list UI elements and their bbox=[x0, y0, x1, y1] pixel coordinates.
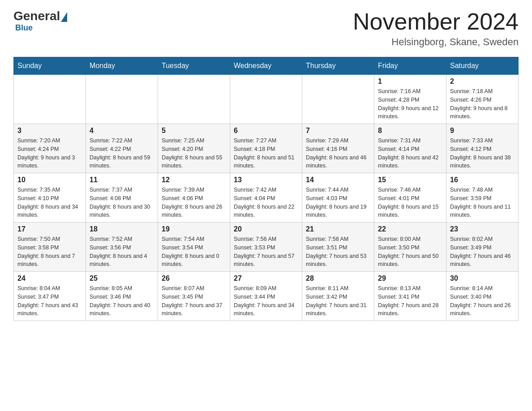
day-info: Sunrise: 7:35 AMSunset: 4:10 PMDaylight:… bbox=[17, 186, 82, 219]
calendar-cell: 9Sunrise: 7:33 AMSunset: 4:12 PMDaylight… bbox=[446, 124, 519, 173]
day-number: 21 bbox=[306, 225, 370, 233]
calendar-week-0: 1Sunrise: 7:16 AMSunset: 4:28 PMDaylight… bbox=[14, 75, 519, 124]
calendar-cell: 2Sunrise: 7:18 AMSunset: 4:26 PMDaylight… bbox=[446, 75, 519, 124]
day-info: Sunrise: 7:37 AMSunset: 4:08 PMDaylight:… bbox=[90, 186, 154, 219]
calendar-cell: 15Sunrise: 7:46 AMSunset: 4:01 PMDayligh… bbox=[374, 173, 446, 223]
calendar-week-1: 3Sunrise: 7:20 AMSunset: 4:24 PMDaylight… bbox=[14, 124, 519, 173]
day-info: Sunrise: 7:52 AMSunset: 3:56 PMDaylight:… bbox=[90, 235, 154, 269]
day-number: 13 bbox=[234, 176, 298, 184]
calendar-week-4: 24Sunrise: 8:04 AMSunset: 3:47 PMDayligh… bbox=[14, 272, 519, 321]
calendar-cell bbox=[86, 75, 158, 124]
calendar-cell: 30Sunrise: 8:14 AMSunset: 3:40 PMDayligh… bbox=[446, 272, 519, 321]
title-section: November 2024 Helsingborg, Skane, Sweden bbox=[353, 9, 519, 48]
day-number: 2 bbox=[450, 77, 515, 86]
calendar-cell: 6Sunrise: 7:27 AMSunset: 4:18 PMDaylight… bbox=[230, 124, 302, 173]
day-number: 7 bbox=[306, 127, 370, 135]
day-info: Sunrise: 8:13 AMSunset: 3:41 PMDaylight:… bbox=[378, 284, 442, 318]
calendar-cell: 13Sunrise: 7:42 AMSunset: 4:04 PMDayligh… bbox=[230, 173, 302, 223]
day-number: 28 bbox=[306, 274, 370, 283]
calendar-cell: 8Sunrise: 7:31 AMSunset: 4:14 PMDaylight… bbox=[374, 124, 446, 173]
day-number: 17 bbox=[17, 225, 82, 233]
day-number: 26 bbox=[162, 274, 226, 283]
day-info: Sunrise: 8:00 AMSunset: 3:50 PMDaylight:… bbox=[378, 235, 442, 269]
day-number: 3 bbox=[17, 127, 82, 135]
day-number: 14 bbox=[306, 176, 370, 184]
calendar-cell: 19Sunrise: 7:54 AMSunset: 3:54 PMDayligh… bbox=[158, 223, 230, 272]
day-info: Sunrise: 8:09 AMSunset: 3:44 PMDaylight:… bbox=[234, 284, 298, 318]
day-number: 24 bbox=[17, 274, 82, 283]
day-number: 20 bbox=[234, 225, 298, 233]
day-info: Sunrise: 8:05 AMSunset: 3:46 PMDaylight:… bbox=[90, 284, 154, 318]
day-info: Sunrise: 7:39 AMSunset: 4:06 PMDaylight:… bbox=[162, 186, 226, 219]
calendar-cell bbox=[230, 75, 302, 124]
location-text: Helsingborg, Skane, Sweden bbox=[353, 36, 519, 48]
calendar-cell: 16Sunrise: 7:48 AMSunset: 3:59 PMDayligh… bbox=[446, 173, 519, 223]
day-info: Sunrise: 7:25 AMSunset: 4:20 PMDaylight:… bbox=[162, 137, 226, 170]
calendar-week-3: 17Sunrise: 7:50 AMSunset: 3:58 PMDayligh… bbox=[14, 223, 519, 272]
day-info: Sunrise: 8:02 AMSunset: 3:49 PMDaylight:… bbox=[450, 235, 515, 269]
day-number: 1 bbox=[378, 77, 442, 86]
day-number: 12 bbox=[162, 176, 226, 184]
calendar-cell: 26Sunrise: 8:07 AMSunset: 3:45 PMDayligh… bbox=[158, 272, 230, 321]
calendar-cell: 3Sunrise: 7:20 AMSunset: 4:24 PMDaylight… bbox=[14, 124, 86, 173]
col-header-thursday: Thursday bbox=[302, 57, 374, 75]
logo-triangle-icon bbox=[61, 12, 67, 22]
calendar-cell: 20Sunrise: 7:56 AMSunset: 3:53 PMDayligh… bbox=[230, 223, 302, 272]
calendar-week-2: 10Sunrise: 7:35 AMSunset: 4:10 PMDayligh… bbox=[14, 173, 519, 223]
page-header: General Blue November 2024 Helsingborg, … bbox=[13, 9, 519, 48]
day-number: 15 bbox=[378, 176, 442, 184]
day-number: 8 bbox=[378, 127, 442, 135]
day-number: 25 bbox=[90, 274, 154, 283]
day-number: 22 bbox=[378, 225, 442, 233]
calendar-cell bbox=[14, 75, 86, 124]
calendar-cell: 10Sunrise: 7:35 AMSunset: 4:10 PMDayligh… bbox=[14, 173, 86, 223]
calendar-table: SundayMondayTuesdayWednesdayThursdayFrid… bbox=[13, 57, 519, 321]
calendar-cell: 21Sunrise: 7:58 AMSunset: 3:51 PMDayligh… bbox=[302, 223, 374, 272]
day-number: 11 bbox=[90, 176, 154, 184]
calendar-cell: 28Sunrise: 8:11 AMSunset: 3:42 PMDayligh… bbox=[302, 272, 374, 321]
calendar-cell: 5Sunrise: 7:25 AMSunset: 4:20 PMDaylight… bbox=[158, 124, 230, 173]
day-number: 16 bbox=[450, 176, 515, 184]
day-info: Sunrise: 8:14 AMSunset: 3:40 PMDaylight:… bbox=[450, 284, 515, 318]
day-info: Sunrise: 7:46 AMSunset: 4:01 PMDaylight:… bbox=[378, 186, 442, 219]
calendar-cell bbox=[302, 75, 374, 124]
calendar-cell: 11Sunrise: 7:37 AMSunset: 4:08 PMDayligh… bbox=[86, 173, 158, 223]
day-info: Sunrise: 7:18 AMSunset: 4:26 PMDaylight:… bbox=[450, 87, 515, 121]
logo-general-text: General bbox=[13, 9, 60, 23]
day-number: 27 bbox=[234, 274, 298, 283]
calendar-cell: 29Sunrise: 8:13 AMSunset: 3:41 PMDayligh… bbox=[374, 272, 446, 321]
day-info: Sunrise: 7:56 AMSunset: 3:53 PMDaylight:… bbox=[234, 235, 298, 269]
day-info: Sunrise: 7:50 AMSunset: 3:58 PMDaylight:… bbox=[17, 235, 82, 269]
day-info: Sunrise: 8:07 AMSunset: 3:45 PMDaylight:… bbox=[162, 284, 226, 318]
day-number: 23 bbox=[450, 225, 515, 233]
calendar-cell: 22Sunrise: 8:00 AMSunset: 3:50 PMDayligh… bbox=[374, 223, 446, 272]
day-info: Sunrise: 7:58 AMSunset: 3:51 PMDaylight:… bbox=[306, 235, 370, 269]
calendar-cell: 7Sunrise: 7:29 AMSunset: 4:16 PMDaylight… bbox=[302, 124, 374, 173]
day-info: Sunrise: 8:11 AMSunset: 3:42 PMDaylight:… bbox=[306, 284, 370, 318]
calendar-cell: 14Sunrise: 7:44 AMSunset: 4:03 PMDayligh… bbox=[302, 173, 374, 223]
day-number: 18 bbox=[90, 225, 154, 233]
col-header-monday: Monday bbox=[86, 57, 158, 75]
calendar-cell: 27Sunrise: 8:09 AMSunset: 3:44 PMDayligh… bbox=[230, 272, 302, 321]
day-info: Sunrise: 7:54 AMSunset: 3:54 PMDaylight:… bbox=[162, 235, 226, 269]
logo-blue-text: Blue bbox=[15, 23, 33, 32]
day-number: 29 bbox=[378, 274, 442, 283]
calendar-cell: 18Sunrise: 7:52 AMSunset: 3:56 PMDayligh… bbox=[86, 223, 158, 272]
day-number: 4 bbox=[90, 127, 154, 135]
calendar-header-row: SundayMondayTuesdayWednesdayThursdayFrid… bbox=[14, 57, 519, 75]
col-header-tuesday: Tuesday bbox=[158, 57, 230, 75]
calendar-cell: 25Sunrise: 8:05 AMSunset: 3:46 PMDayligh… bbox=[86, 272, 158, 321]
month-title: November 2024 bbox=[353, 9, 519, 34]
col-header-wednesday: Wednesday bbox=[230, 57, 302, 75]
calendar-cell bbox=[158, 75, 230, 124]
day-number: 6 bbox=[234, 127, 298, 135]
calendar-cell: 1Sunrise: 7:16 AMSunset: 4:28 PMDaylight… bbox=[374, 75, 446, 124]
day-number: 19 bbox=[162, 225, 226, 233]
day-info: Sunrise: 7:20 AMSunset: 4:24 PMDaylight:… bbox=[17, 137, 82, 170]
day-info: Sunrise: 7:27 AMSunset: 4:18 PMDaylight:… bbox=[234, 137, 298, 170]
day-info: Sunrise: 7:31 AMSunset: 4:14 PMDaylight:… bbox=[378, 137, 442, 170]
day-info: Sunrise: 7:22 AMSunset: 4:22 PMDaylight:… bbox=[90, 137, 154, 170]
calendar-cell: 17Sunrise: 7:50 AMSunset: 3:58 PMDayligh… bbox=[14, 223, 86, 272]
calendar-cell: 4Sunrise: 7:22 AMSunset: 4:22 PMDaylight… bbox=[86, 124, 158, 173]
col-header-sunday: Sunday bbox=[14, 57, 86, 75]
